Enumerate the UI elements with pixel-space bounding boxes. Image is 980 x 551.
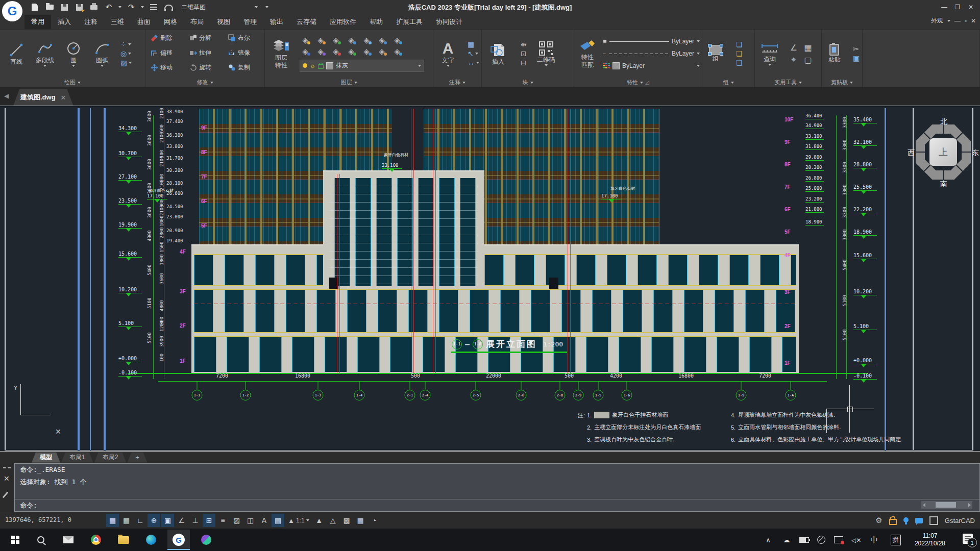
ime-language-button[interactable]: 中: [867, 529, 882, 551]
redo-button[interactable]: ↷: [126, 2, 136, 12]
status-toggle[interactable]: ≡: [216, 514, 229, 527]
layer-lock-icon[interactable]: [318, 64, 324, 69]
layer-tool-icon[interactable]: ◈: [391, 47, 403, 56]
scroll-left-icon[interactable]: [923, 503, 925, 507]
copy-clip-button[interactable]: ▣: [853, 55, 860, 62]
open-file-button[interactable]: [44, 2, 55, 12]
layer-tool-icon[interactable]: ◈: [361, 36, 372, 45]
panel-label-properties[interactable]: 特性◿: [574, 78, 702, 87]
annotation-scale-dropdown[interactable]: ▲1:1: [285, 514, 312, 527]
undo-button[interactable]: ↶: [104, 2, 114, 12]
revision-cloud-button[interactable]: ◎: [120, 50, 132, 57]
line-button[interactable]: 直线: [2, 42, 31, 65]
status-toggle[interactable]: ▦: [354, 514, 367, 527]
appearance-menu[interactable]: 外观: [931, 16, 943, 25]
plot-button[interactable]: [89, 2, 99, 12]
layer-tool-icon[interactable]: ◈: [361, 47, 372, 56]
panel-label-annotate[interactable]: 注释: [433, 78, 481, 87]
ribbon-tab[interactable]: 网格: [157, 15, 184, 29]
status-toggle[interactable]: ▦: [106, 514, 119, 527]
panel-label-utilities[interactable]: 实用工具: [755, 78, 821, 87]
status-toggle[interactable]: ▦: [120, 514, 133, 527]
area-measure-icon[interactable]: ▢: [804, 55, 812, 65]
layer-freeze-icon[interactable]: ☼: [310, 62, 315, 69]
feedback-icon[interactable]: [915, 518, 923, 523]
layer-tool-icon[interactable]: ◈: [346, 47, 357, 56]
taskbar-gstarcad-button[interactable]: G: [167, 530, 190, 550]
copy-button[interactable]: 复制: [225, 61, 264, 75]
layout-tab[interactable]: 布局2: [94, 453, 127, 463]
ribbon-tab[interactable]: 常用: [24, 15, 51, 29]
layer-tool-icon[interactable]: ◈: [376, 47, 387, 56]
polyline-button[interactable]: 多段线: [31, 41, 59, 67]
settings-gear-icon[interactable]: ⚙: [875, 516, 882, 525]
layer-tool-icon[interactable]: ◈: [315, 36, 326, 45]
taskbar-mail-button[interactable]: [57, 530, 80, 550]
taskbar-app-button[interactable]: [195, 530, 217, 550]
status-toggle[interactable]: ∟: [134, 514, 146, 527]
block-define-button[interactable]: ⊟: [521, 59, 527, 66]
move-button[interactable]: 移动: [148, 61, 186, 75]
doc-close-button[interactable]: ✕: [971, 17, 976, 24]
mirror-button[interactable]: 镜像: [225, 46, 264, 60]
ime-mode-button[interactable]: 拼: [888, 529, 903, 551]
layer-tool-icon[interactable]: ◈: [391, 36, 403, 45]
status-toggle[interactable]: △: [327, 514, 339, 527]
layer-dropdown[interactable]: ☼ 抹灰: [300, 60, 424, 72]
panel-label-draw[interactable]: 绘图: [0, 78, 145, 87]
erase-button[interactable]: 删除: [148, 31, 186, 45]
table-button[interactable]: ▦: [468, 41, 479, 48]
status-toggle[interactable]: ⊥: [189, 514, 202, 527]
layout-tab[interactable]: 模型: [32, 453, 60, 463]
gstarcad-logo-icon[interactable]: G: [2, 1, 22, 21]
lineweight-dropdown[interactable]: ≡ ByLayer: [603, 36, 700, 47]
new-file-button[interactable]: [30, 2, 40, 12]
taskbar-search-button[interactable]: [30, 530, 52, 550]
linetype-dropdown[interactable]: ┄ ByLayer: [603, 48, 700, 59]
id-point-icon[interactable]: ⌖: [791, 55, 796, 64]
calculator-icon[interactable]: ▦: [804, 43, 812, 53]
layer-tool-icon[interactable]: ◈: [300, 47, 311, 56]
point-tools-button[interactable]: ⁘: [120, 41, 132, 48]
tips-bulb-icon[interactable]: [903, 517, 909, 522]
arc-button[interactable]: 圆弧: [88, 41, 116, 67]
layer-on-icon[interactable]: [303, 63, 307, 68]
layer-tool-icon[interactable]: ◈: [300, 36, 311, 45]
ribbon-tab[interactable]: 注释: [78, 15, 104, 29]
ribbon-tab[interactable]: 三维: [104, 15, 131, 29]
save-button[interactable]: [59, 2, 69, 12]
layer-tool-icon[interactable]: ◈: [330, 36, 341, 45]
command-pencil-icon[interactable]: [3, 492, 8, 498]
redo-dropdown-icon[interactable]: [141, 6, 144, 8]
onedrive-icon[interactable]: ☁: [779, 529, 794, 551]
document-tab[interactable]: 建筑图.dwg ✕: [13, 89, 74, 106]
taskbar-explorer-button[interactable]: [112, 530, 135, 550]
color-dropdown[interactable]: ByLayer: [603, 61, 700, 71]
measure-button[interactable]: 查询: [757, 42, 782, 66]
maximize-button[interactable]: ❐: [951, 2, 964, 12]
qrcode-button[interactable]: 二维码: [531, 41, 561, 66]
leader-button[interactable]: ↖: [468, 50, 479, 57]
block-attributes-button[interactable]: ⇹: [521, 41, 527, 48]
ribbon-tab[interactable]: 视图: [210, 15, 237, 29]
undo-dropdown-icon[interactable]: [118, 6, 121, 8]
panel-label-modify[interactable]: 修改: [145, 78, 264, 87]
angle-measure-icon[interactable]: ∠: [790, 43, 797, 53]
status-toggle[interactable]: ◫: [244, 514, 257, 527]
circle-dropdown-icon[interactable]: [72, 65, 75, 67]
view-cube[interactable]: 上 北 西 东 南: [914, 120, 973, 187]
offset-button[interactable]: 偏移: [148, 46, 186, 60]
group-edit-button[interactable]: ❏: [736, 50, 743, 57]
group-button[interactable]: 组: [704, 45, 727, 62]
scrollbar-thumb[interactable]: [936, 502, 956, 508]
status-toggle[interactable]: ⊞: [203, 514, 215, 527]
save-as-button[interactable]: [74, 2, 84, 12]
circle-button[interactable]: 圆: [59, 41, 88, 67]
appearance-dropdown-icon[interactable]: [947, 20, 950, 22]
layer-tool-icon[interactable]: ◈: [315, 47, 326, 56]
layout-tab[interactable]: 布局1: [61, 453, 93, 463]
cast-icon[interactable]: [831, 529, 846, 551]
volume-muted-icon[interactable]: ◁✕: [848, 529, 864, 551]
explode-button[interactable]: 分解: [186, 31, 225, 45]
stretch-button[interactable]: 拉伸: [186, 46, 225, 60]
